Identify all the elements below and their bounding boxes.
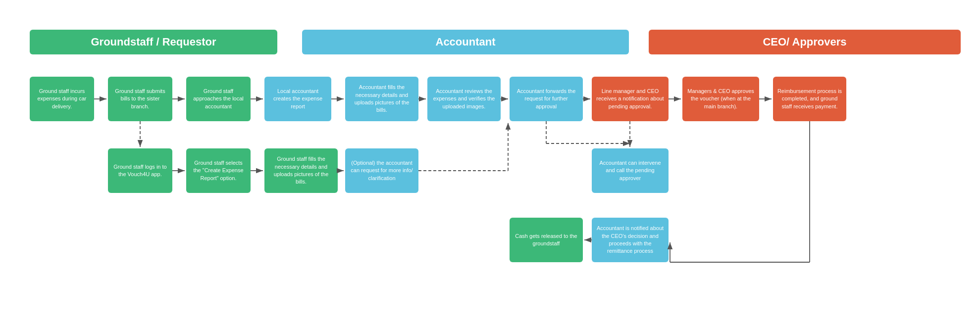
- box-b6: Accountant reviews the expenses and veri…: [427, 77, 501, 121]
- lane-accountant: Accountant: [302, 30, 629, 54]
- box-b16: Cash gets released to the groundstaff: [510, 218, 583, 262]
- box-b4: Local accountant creates the expense rep…: [264, 77, 331, 121]
- box-b10: Reimbursement process is completed, and …: [773, 77, 846, 121]
- box-b13: Ground staff fills the necessary details…: [264, 148, 338, 193]
- box-b8: Line manager and CEO receives a notifica…: [592, 77, 669, 121]
- box-b3: Ground staff approaches the local accoun…: [186, 77, 251, 121]
- box-b2: Ground staff submits bills to the sister…: [108, 77, 172, 121]
- lane-ceo: CEO/ Approvers: [649, 30, 961, 54]
- box-b1: Ground staff incurs expenses during car …: [30, 77, 94, 121]
- box-b17: Accountant is notified about the CEO's d…: [592, 218, 669, 262]
- box-b15: Accountant can intervene and call the pe…: [592, 148, 669, 193]
- box-b9: Managers & CEO approves the voucher (whe…: [682, 77, 759, 121]
- box-b5: Accountant fills the necessary details a…: [345, 77, 418, 121]
- lane-groundstaff: Groundstaff / Requestor: [30, 30, 277, 54]
- box-b7: Accountant forwards the request for furt…: [510, 77, 583, 121]
- diagram-container: Groundstaff / Requestor Accountant CEO/ …: [0, 0, 980, 327]
- box-b14: (Optional) the accountant can request fo…: [345, 148, 418, 193]
- box-b11: Ground staff logs in to the Vouch4U app.: [108, 148, 172, 193]
- box-b12: Ground staff selects the "Create Expense…: [186, 148, 251, 193]
